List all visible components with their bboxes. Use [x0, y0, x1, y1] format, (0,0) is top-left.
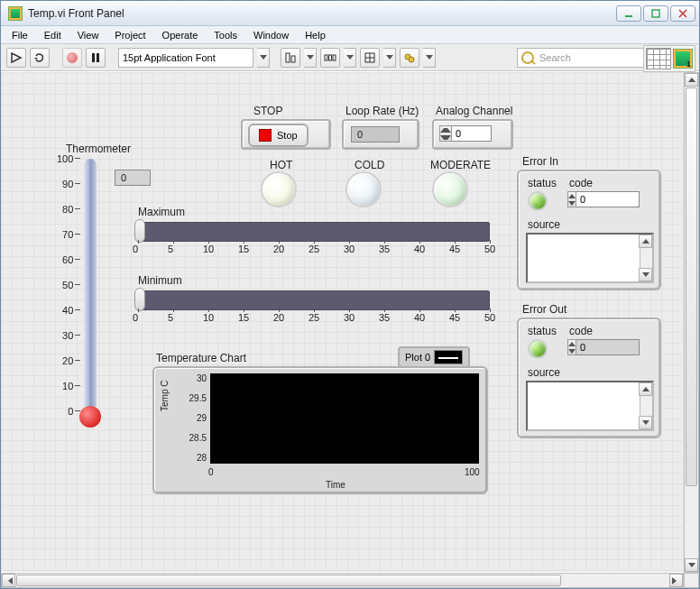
- ytick2: 29: [181, 413, 207, 423]
- run-button[interactable]: [6, 48, 26, 68]
- app-window: Temp.vi Front Panel File Edit View Proje…: [0, 0, 700, 589]
- thermometer-tube: [84, 159, 97, 411]
- hot-label: HOT: [270, 159, 292, 171]
- analog-down-icon[interactable]: [440, 133, 451, 141]
- moderate-led: [434, 173, 466, 206]
- error-out-title: Error Out: [522, 303, 566, 316]
- menu-operate[interactable]: Operate: [155, 28, 206, 42]
- resize-dd-icon[interactable]: [383, 48, 396, 68]
- minimum-slider[interactable]: 05101520253035404550: [138, 290, 490, 312]
- font-selector[interactable]: 15pt Application Font: [118, 48, 253, 68]
- search-placeholder: Search: [539, 52, 571, 63]
- svg-rect-5: [291, 56, 295, 62]
- chart-plot-area: [210, 373, 479, 464]
- xtick1: 100: [465, 467, 480, 477]
- thermometer-scale: 100 90 80 70 60 50 40 30 20 10 0: [57, 159, 80, 437]
- svg-rect-1: [652, 10, 659, 17]
- error-in-title: Error In: [522, 155, 558, 168]
- toolbar: 15pt Application Font Search ?: [1, 44, 699, 71]
- loop-rate-value[interactable]: 0: [351, 126, 400, 143]
- err-out-code-value: 0: [576, 339, 640, 355]
- titlebar: Temp.vi Front Panel: [1, 1, 699, 26]
- font-dropdown-icon[interactable]: [257, 48, 270, 68]
- min-label: Minimum: [138, 274, 182, 287]
- window-title: Temp.vi Front Panel: [28, 7, 616, 20]
- reorder-button[interactable]: [400, 48, 419, 68]
- stop-title: STOP: [253, 105, 282, 117]
- ytick3: 28.5: [181, 433, 207, 443]
- err-out-status-led: [530, 341, 546, 357]
- menu-tools[interactable]: Tools: [207, 28, 244, 42]
- front-panel-canvas[interactable]: STOP Stop Loop Rate (Hz) 0 Analog Channe…: [1, 72, 699, 572]
- vi-icon: 1: [673, 49, 693, 69]
- svg-point-13: [409, 57, 414, 62]
- err-out-source: [526, 381, 654, 431]
- err-out-code-label: code: [569, 325, 593, 337]
- err-in-code-value[interactable]: 0: [576, 191, 640, 207]
- analog-value[interactable]: 0: [452, 125, 492, 142]
- close-button[interactable]: [670, 5, 695, 22]
- analog-channel-control[interactable]: 0: [439, 125, 492, 142]
- menu-project[interactable]: Project: [107, 28, 152, 42]
- error-out-cluster: status code 0 source: [517, 318, 661, 438]
- err-in-source[interactable]: [526, 233, 654, 283]
- reorder-dd-icon[interactable]: [423, 48, 436, 68]
- stop-icon: [259, 129, 272, 142]
- align-dd-icon[interactable]: [304, 48, 317, 68]
- err-out-code: 0: [567, 339, 640, 355]
- error-in-cluster: status code 0 source: [517, 170, 661, 290]
- legend-label: Plot 0: [405, 352, 430, 363]
- err-in-code-label: code: [569, 177, 593, 189]
- menu-window[interactable]: Window: [246, 28, 296, 42]
- err-in-status-led: [530, 193, 546, 209]
- app-icon: [8, 6, 23, 21]
- svg-rect-8: [333, 55, 336, 60]
- font-label: 15pt Application Font: [123, 52, 216, 63]
- ytick0: 30: [181, 373, 207, 383]
- navigation-palette[interactable]: 1: [643, 45, 695, 72]
- align-button[interactable]: [281, 48, 300, 68]
- maximum-slider[interactable]: 05101520253035404550: [138, 222, 490, 244]
- cold-led: [347, 173, 380, 206]
- search-icon: [521, 51, 534, 64]
- cold-label: COLD: [355, 159, 384, 171]
- min-thumb[interactable]: [134, 288, 145, 311]
- abort-button[interactable]: [62, 48, 82, 68]
- thermometer-bulb: [79, 406, 101, 428]
- thermometer-label: Thermometer: [66, 143, 131, 155]
- err-out-source-label: source: [528, 366, 560, 379]
- menu-edit[interactable]: Edit: [37, 28, 69, 42]
- max-thumb[interactable]: [134, 219, 145, 243]
- hot-led: [262, 173, 295, 206]
- ytick1: 29.5: [181, 393, 207, 403]
- err-out-status-label: status: [528, 325, 557, 337]
- svg-rect-7: [329, 55, 332, 60]
- vertical-scrollbar[interactable]: [684, 72, 699, 573]
- run-continuous-button[interactable]: [30, 48, 50, 68]
- analog-title: Analog Channel: [436, 105, 512, 117]
- xtick0: 0: [208, 467, 214, 477]
- chevron-down-icon[interactable]: [568, 201, 576, 206]
- chart-title: Temperature Chart: [156, 352, 246, 364]
- distribute-button[interactable]: [320, 48, 340, 68]
- chevron-up-icon[interactable]: [568, 194, 576, 198]
- menu-help[interactable]: Help: [298, 28, 333, 42]
- minimize-button[interactable]: [616, 5, 641, 22]
- pause-button[interactable]: [86, 48, 106, 68]
- svg-rect-6: [325, 55, 327, 60]
- resize-button[interactable]: [360, 48, 380, 68]
- maximize-button[interactable]: [643, 5, 668, 22]
- menu-view[interactable]: View: [70, 28, 106, 42]
- err-in-code[interactable]: 0: [567, 191, 640, 207]
- menu-file[interactable]: File: [5, 28, 35, 42]
- chart-xlabel: Time: [326, 480, 345, 490]
- analog-up-icon[interactable]: [440, 126, 451, 133]
- max-label: Maximum: [138, 206, 185, 218]
- chart-ylabel: Temp C: [160, 381, 170, 411]
- chart-legend[interactable]: Plot 0: [398, 346, 470, 368]
- horizontal-scrollbar[interactable]: [1, 573, 684, 588]
- stop-button[interactable]: Stop: [248, 124, 309, 147]
- distribute-dd-icon[interactable]: [344, 48, 356, 68]
- ytick4: 28: [181, 453, 207, 463]
- temperature-chart[interactable]: Temp C 30 29.5 29 28.5 28 0 100 Time: [152, 366, 488, 494]
